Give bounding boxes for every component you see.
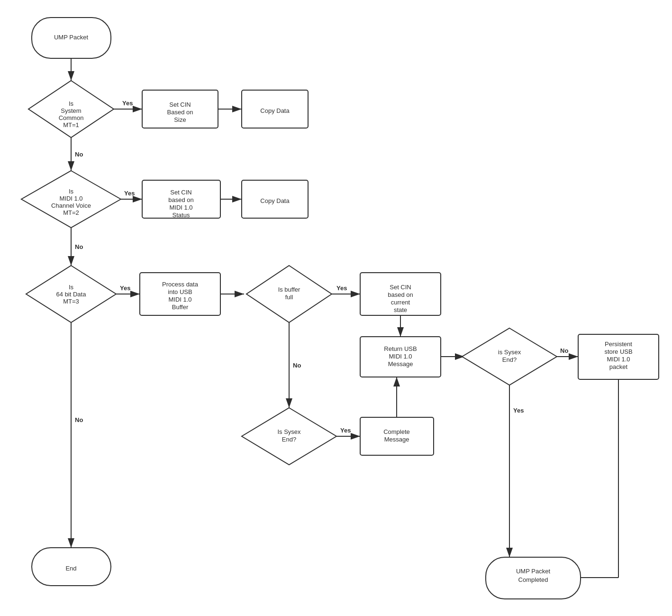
process2a-label4: Status <box>173 211 190 219</box>
process4b-label1: Return USB <box>384 345 417 352</box>
decision1-label3: Common <box>59 114 84 121</box>
d1-yes-label: Yes <box>122 100 133 107</box>
process3a-label1: Process data <box>162 281 199 288</box>
process3a-label2: into USB <box>168 288 192 295</box>
decision2-label3: Channel Voice <box>51 202 91 209</box>
d3-yes-label: Yes <box>120 285 130 292</box>
process3a-label4: Buffer <box>172 303 189 311</box>
d6-yes-label: Yes <box>340 427 351 434</box>
decision6-label1: Is Sysex <box>277 428 301 435</box>
process1a-label3: Size <box>174 116 186 123</box>
process5a-label3: MIDI 1.0 <box>607 356 630 363</box>
d5-no-label: No <box>560 347 568 354</box>
process2b-label: Copy Data <box>260 197 290 204</box>
decision2-label1: Is <box>69 188 74 195</box>
d2-yes-label: Yes <box>124 190 135 197</box>
process3a-label3: MIDI 1.0 <box>168 296 191 303</box>
decision6-label2: End? <box>282 436 296 443</box>
decision2-label4: MT=2 <box>63 209 79 216</box>
process4a-label2: based on <box>388 291 413 298</box>
decision2-label2: MIDI 1.0 <box>59 195 82 202</box>
process4a-label4: state <box>394 306 407 313</box>
end1-label: End <box>65 565 76 572</box>
process5a-label2: store USB <box>604 348 632 355</box>
d3-no-label: No <box>75 416 83 423</box>
decision5-label2: End? <box>502 356 517 363</box>
decision5-label1: is Sysex <box>498 349 521 356</box>
end2-label1: UMP Packet <box>516 568 550 575</box>
process2a-label3: MIDI 1.0 <box>169 204 192 211</box>
process5a-label4: packet <box>609 363 628 370</box>
decision1-label4: MT=1 <box>63 121 79 129</box>
process4a-label3: current <box>391 299 410 306</box>
flowchart-diagram: UMP Packet Is System Common MT=1 Yes Set… <box>0 0 672 616</box>
process5a-label1: Persistent <box>605 340 632 348</box>
d4-no-label: No <box>293 362 301 369</box>
decision3-label1: Is <box>69 284 74 291</box>
process2a-label1: Set CIN <box>170 189 192 196</box>
decision1-label: Is <box>69 100 74 107</box>
process6a-label2: Message <box>384 436 409 443</box>
d4-yes-label: Yes <box>336 285 347 292</box>
decision1-label2: System <box>61 107 81 114</box>
process1a-label2: Based on <box>167 109 193 116</box>
process6a-label1: Complete <box>383 428 410 435</box>
end2-label2: Completed <box>518 576 548 583</box>
d2-no-label: No <box>75 243 83 250</box>
d5-yes-label: Yes <box>513 407 524 414</box>
process4b-label3: Message <box>388 360 413 368</box>
decision3-label3: MT=3 <box>63 298 79 305</box>
process4b-label2: MIDI 1.0 <box>389 353 412 360</box>
process1b-label: Copy Data <box>260 107 290 114</box>
decision4-label1: Is buffer <box>278 286 300 293</box>
process1a-label1: Set CIN <box>169 101 191 108</box>
d1-no-label: No <box>75 151 83 158</box>
decision4-label2: full <box>285 294 293 301</box>
process4a-label1: Set CIN <box>390 284 411 291</box>
process2a-label2: based on <box>168 196 194 203</box>
start-label: UMP Packet <box>54 34 88 41</box>
decision3-label2: 64 bit Data <box>56 291 87 298</box>
